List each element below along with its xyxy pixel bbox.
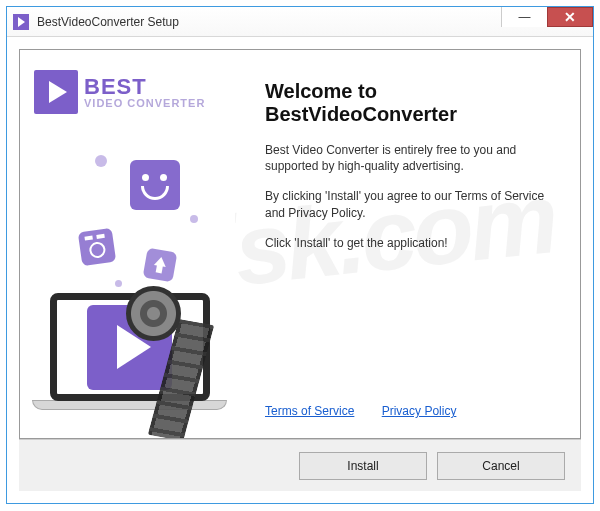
brand-text: BEST VIDEO CONVERTER <box>84 76 205 109</box>
brand-logo: BEST VIDEO CONVERTER <box>34 70 205 114</box>
inner-panel: PCrisk.com BEST VIDEO CONVERTER <box>19 49 581 439</box>
intro-paragraph: Best Video Converter is entirely free to… <box>265 142 550 174</box>
brand-line2: VIDEO CONVERTER <box>84 98 205 109</box>
app-play-icon <box>13 14 29 30</box>
welcome-heading: Welcome to BestVideoConverter <box>265 80 550 126</box>
laptop-graphic <box>32 293 227 428</box>
close-button[interactable]: ✕ <box>547 7 593 27</box>
laptop-screen <box>50 293 210 401</box>
window-controls: — ✕ <box>501 7 593 36</box>
minimize-button[interactable]: — <box>501 7 547 27</box>
terms-link[interactable]: Terms of Service <box>265 404 354 418</box>
film-reel-icon <box>126 286 181 341</box>
setup-window: BestVideoConverter Setup — ✕ PCrisk.com … <box>6 6 594 504</box>
content-area: PCrisk.com BEST VIDEO CONVERTER <box>7 37 593 503</box>
decor-dot-icon <box>190 215 198 223</box>
brand-play-icon <box>34 70 78 114</box>
button-bar: Install Cancel <box>19 439 581 491</box>
footer-links: Terms of Service Privacy Policy <box>265 398 550 428</box>
titlebar: BestVideoConverter Setup — ✕ <box>7 7 593 37</box>
smiley-icon <box>130 160 180 210</box>
cancel-button[interactable]: Cancel <box>437 452 565 480</box>
window-title: BestVideoConverter Setup <box>37 15 501 29</box>
left-graphic-pane: BEST VIDEO CONVERTER <box>20 50 235 438</box>
agreement-paragraph: By clicking 'Install' you agree to our T… <box>265 188 550 220</box>
upload-icon <box>143 248 178 283</box>
decor-dot-icon <box>95 155 107 167</box>
instruction-paragraph: Click 'Install' to get the application! <box>265 235 550 251</box>
privacy-link[interactable]: Privacy Policy <box>382 404 457 418</box>
laptop-base <box>32 400 227 410</box>
brand-line1: BEST <box>84 76 205 98</box>
camera-icon <box>78 228 116 266</box>
decor-dot-icon <box>115 280 122 287</box>
install-button[interactable]: Install <box>299 452 427 480</box>
right-text-pane: Welcome to BestVideoConverter Best Video… <box>235 50 580 438</box>
